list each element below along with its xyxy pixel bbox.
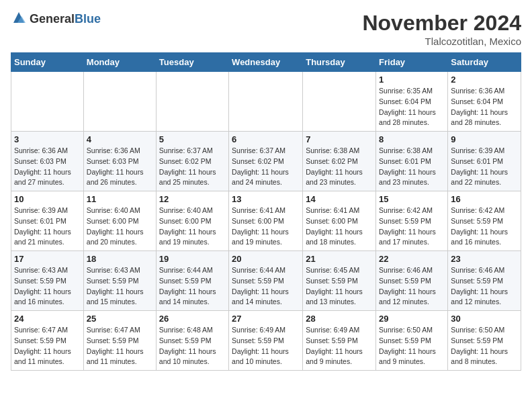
- calendar-day-cell: 19Sunrise: 6:44 AM Sunset: 5:59 PM Dayli…: [156, 251, 228, 311]
- empty-day-cell: [83, 72, 156, 132]
- day-detail: Sunrise: 6:49 AM Sunset: 5:59 PM Dayligh…: [306, 325, 373, 367]
- day-detail: Sunrise: 6:47 AM Sunset: 5:59 PM Dayligh…: [14, 325, 81, 367]
- day-number: 4: [87, 134, 153, 144]
- calendar-day-cell: 2Sunrise: 6:36 AM Sunset: 6:04 PM Daylig…: [448, 72, 521, 132]
- day-number: 16: [451, 194, 518, 204]
- calendar-day-cell: 27Sunrise: 6:49 AM Sunset: 5:59 PM Dayli…: [229, 311, 303, 371]
- day-detail: Sunrise: 6:43 AM Sunset: 5:59 PM Dayligh…: [14, 265, 81, 308]
- calendar-day-cell: 11Sunrise: 6:40 AM Sunset: 6:00 PM Dayli…: [83, 191, 156, 251]
- day-detail: Sunrise: 6:42 AM Sunset: 5:59 PM Dayligh…: [379, 205, 445, 248]
- calendar-day-cell: 10Sunrise: 6:39 AM Sunset: 6:01 PM Dayli…: [11, 191, 84, 251]
- calendar-week-row: 1Sunrise: 6:35 AM Sunset: 6:04 PM Daylig…: [11, 72, 521, 132]
- calendar-week-row: 3Sunrise: 6:36 AM Sunset: 6:03 PM Daylig…: [11, 132, 521, 191]
- day-detail: Sunrise: 6:39 AM Sunset: 6:01 PM Dayligh…: [14, 205, 81, 248]
- day-number: 10: [14, 194, 81, 204]
- day-detail: Sunrise: 6:41 AM Sunset: 6:00 PM Dayligh…: [306, 205, 373, 248]
- day-number: 11: [87, 194, 153, 204]
- calendar-day-cell: 6Sunrise: 6:37 AM Sunset: 6:02 PM Daylig…: [229, 132, 303, 191]
- day-number: 26: [159, 314, 226, 324]
- day-detail: Sunrise: 6:49 AM Sunset: 5:59 PM Dayligh…: [232, 325, 300, 367]
- calendar-week-row: 24Sunrise: 6:47 AM Sunset: 5:59 PM Dayli…: [11, 311, 521, 371]
- day-number: 19: [159, 254, 226, 264]
- day-number: 6: [232, 134, 300, 144]
- logo-general: General: [30, 12, 75, 26]
- day-detail: Sunrise: 6:46 AM Sunset: 5:59 PM Dayligh…: [379, 265, 445, 308]
- day-detail: Sunrise: 6:36 AM Sunset: 6:03 PM Dayligh…: [87, 146, 153, 188]
- day-detail: Sunrise: 6:44 AM Sunset: 5:59 PM Dayligh…: [232, 265, 300, 308]
- day-detail: Sunrise: 6:48 AM Sunset: 5:59 PM Dayligh…: [159, 325, 226, 367]
- calendar-day-cell: 1Sunrise: 6:35 AM Sunset: 6:04 PM Daylig…: [376, 72, 448, 132]
- day-detail: Sunrise: 6:43 AM Sunset: 5:59 PM Dayligh…: [87, 265, 153, 308]
- day-number: 30: [451, 314, 518, 324]
- calendar-day-cell: 26Sunrise: 6:48 AM Sunset: 5:59 PM Dayli…: [156, 311, 228, 371]
- calendar-day-cell: 16Sunrise: 6:42 AM Sunset: 5:59 PM Dayli…: [448, 191, 521, 251]
- day-detail: Sunrise: 6:36 AM Sunset: 6:04 PM Dayligh…: [451, 86, 518, 128]
- day-number: 27: [232, 314, 300, 324]
- day-detail: Sunrise: 6:40 AM Sunset: 6:00 PM Dayligh…: [87, 205, 153, 248]
- calendar-day-cell: 4Sunrise: 6:36 AM Sunset: 6:03 PM Daylig…: [83, 132, 156, 191]
- weekday-header-friday: Friday: [376, 53, 448, 72]
- calendar-day-cell: 25Sunrise: 6:47 AM Sunset: 5:59 PM Dayli…: [83, 311, 156, 371]
- day-number: 17: [14, 254, 81, 264]
- day-detail: Sunrise: 6:35 AM Sunset: 6:04 PM Dayligh…: [379, 86, 445, 128]
- weekday-header-row: SundayMondayTuesdayWednesdayThursdayFrid…: [11, 53, 521, 72]
- day-detail: Sunrise: 6:41 AM Sunset: 6:00 PM Dayligh…: [232, 205, 300, 248]
- day-detail: Sunrise: 6:47 AM Sunset: 5:59 PM Dayligh…: [87, 325, 153, 367]
- empty-day-cell: [303, 72, 376, 132]
- calendar-day-cell: 15Sunrise: 6:42 AM Sunset: 5:59 PM Dayli…: [376, 191, 448, 251]
- day-number: 3: [14, 134, 81, 144]
- weekday-header-monday: Monday: [83, 53, 156, 72]
- calendar-day-cell: 20Sunrise: 6:44 AM Sunset: 5:59 PM Dayli…: [229, 251, 303, 311]
- day-detail: Sunrise: 6:37 AM Sunset: 6:02 PM Dayligh…: [159, 146, 226, 188]
- day-detail: Sunrise: 6:50 AM Sunset: 5:59 PM Dayligh…: [451, 325, 518, 367]
- calendar-day-cell: 21Sunrise: 6:45 AM Sunset: 5:59 PM Dayli…: [303, 251, 376, 311]
- day-number: 25: [87, 314, 153, 324]
- page-header: GeneralBlue November 2024 Tlalcozotitlan…: [11, 11, 521, 47]
- calendar-day-cell: 18Sunrise: 6:43 AM Sunset: 5:59 PM Dayli…: [83, 251, 156, 311]
- day-number: 2: [451, 75, 518, 85]
- calendar-day-cell: 24Sunrise: 6:47 AM Sunset: 5:59 PM Dayli…: [11, 311, 84, 371]
- day-number: 21: [306, 254, 373, 264]
- weekday-header-sunday: Sunday: [11, 53, 84, 72]
- calendar-day-cell: 9Sunrise: 6:39 AM Sunset: 6:01 PM Daylig…: [448, 132, 521, 191]
- day-detail: Sunrise: 6:38 AM Sunset: 6:02 PM Dayligh…: [306, 146, 373, 188]
- calendar-day-cell: 7Sunrise: 6:38 AM Sunset: 6:02 PM Daylig…: [303, 132, 376, 191]
- calendar-day-cell: 5Sunrise: 6:37 AM Sunset: 6:02 PM Daylig…: [156, 132, 228, 191]
- day-number: 14: [306, 194, 373, 204]
- day-detail: Sunrise: 6:44 AM Sunset: 5:59 PM Dayligh…: [159, 265, 226, 308]
- calendar-day-cell: 3Sunrise: 6:36 AM Sunset: 6:03 PM Daylig…: [11, 132, 84, 191]
- day-number: 24: [14, 314, 81, 324]
- empty-day-cell: [229, 72, 303, 132]
- day-number: 1: [379, 75, 445, 85]
- day-number: 8: [379, 134, 445, 144]
- day-number: 15: [379, 194, 445, 204]
- calendar-day-cell: 17Sunrise: 6:43 AM Sunset: 5:59 PM Dayli…: [11, 251, 84, 311]
- day-number: 13: [232, 194, 300, 204]
- calendar-day-cell: 12Sunrise: 6:40 AM Sunset: 6:00 PM Dayli…: [156, 191, 228, 251]
- calendar-day-cell: 14Sunrise: 6:41 AM Sunset: 6:00 PM Dayli…: [303, 191, 376, 251]
- day-number: 9: [451, 134, 518, 144]
- day-detail: Sunrise: 6:40 AM Sunset: 6:00 PM Dayligh…: [159, 205, 226, 248]
- day-number: 23: [451, 254, 518, 264]
- calendar-day-cell: 29Sunrise: 6:50 AM Sunset: 5:59 PM Dayli…: [376, 311, 448, 371]
- day-number: 18: [87, 254, 153, 264]
- empty-day-cell: [11, 72, 84, 132]
- calendar-day-cell: 23Sunrise: 6:46 AM Sunset: 5:59 PM Dayli…: [448, 251, 521, 311]
- calendar-day-cell: 8Sunrise: 6:38 AM Sunset: 6:01 PM Daylig…: [376, 132, 448, 191]
- title-block: November 2024 Tlalcozotitlan, Mexico: [362, 11, 521, 47]
- calendar-table: SundayMondayTuesdayWednesdayThursdayFrid…: [11, 52, 521, 371]
- location-title: Tlalcozotitlan, Mexico: [362, 36, 521, 47]
- day-number: 28: [306, 314, 373, 324]
- calendar-day-cell: 13Sunrise: 6:41 AM Sunset: 6:00 PM Dayli…: [229, 191, 303, 251]
- day-detail: Sunrise: 6:38 AM Sunset: 6:01 PM Dayligh…: [379, 146, 445, 188]
- day-number: 12: [159, 194, 226, 204]
- logo-blue: Blue: [75, 12, 101, 26]
- weekday-header-tuesday: Tuesday: [156, 53, 228, 72]
- day-number: 22: [379, 254, 445, 264]
- calendar-day-cell: 28Sunrise: 6:49 AM Sunset: 5:59 PM Dayli…: [303, 311, 376, 371]
- month-title: November 2024: [362, 11, 521, 36]
- day-detail: Sunrise: 6:39 AM Sunset: 6:01 PM Dayligh…: [451, 146, 518, 188]
- calendar-day-cell: 30Sunrise: 6:50 AM Sunset: 5:59 PM Dayli…: [448, 311, 521, 371]
- day-number: 7: [306, 134, 373, 144]
- weekday-header-thursday: Thursday: [303, 53, 376, 72]
